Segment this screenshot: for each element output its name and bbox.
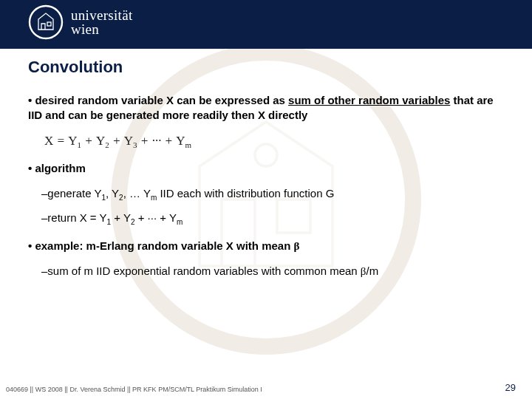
formula-sum: X = Y1 + Y2 + Y3 + ··· + Ym xyxy=(44,134,504,149)
slide-content: Convolution • desired random variable X … xyxy=(0,58,532,279)
slide-footer: 040669 || WS 2008 || Dr. Verena Schmid |… xyxy=(0,382,532,393)
bullet-algorithm: • algorithm xyxy=(28,161,504,176)
university-name: universität wien xyxy=(71,8,133,37)
subscript-m: m xyxy=(151,194,157,202)
bullet-example: • example: m-Erlang random variable X wi… xyxy=(28,239,504,253)
text-fragment: –generate Y xyxy=(41,187,101,200)
text-underlined: sum of other random variables xyxy=(288,94,450,106)
slide-header: universität wien xyxy=(0,0,532,49)
sub-return: –return X = Y1 + Y2 + ··· + Ym xyxy=(41,211,504,228)
text-fragment: IID each with distribution function G xyxy=(157,187,334,200)
text-fragment: + Y xyxy=(111,211,131,224)
footer-text: 040669 || WS 2008 || Dr. Verena Schmid |… xyxy=(6,386,262,393)
text-fragment: –return X = Y xyxy=(41,211,107,224)
svg-point-1 xyxy=(30,6,62,38)
text-fragment: , … Y xyxy=(123,187,151,200)
symbol-beta: β xyxy=(361,265,366,277)
text-fragment: /m xyxy=(366,265,379,277)
uni-name-line1: universität xyxy=(71,8,133,22)
text-fragment: + ··· + Y xyxy=(135,211,177,224)
slide-title: Convolution xyxy=(28,58,504,77)
page-number: 29 xyxy=(505,382,516,393)
text-fragment: • desired random variable X can be expre… xyxy=(28,94,288,106)
text-fragment: –sum of m IID exponential random variabl… xyxy=(41,265,361,277)
symbol-beta: β xyxy=(294,240,300,252)
sub-generate: –generate Y1, Y2, … Ym IID each with dis… xyxy=(41,186,504,203)
university-logo: universität wien xyxy=(28,4,133,40)
subscript-m: m xyxy=(177,218,183,226)
university-seal-icon xyxy=(28,4,64,40)
uni-name-line2: wien xyxy=(71,22,133,36)
sub-example-detail: –sum of m IID exponential random variabl… xyxy=(41,264,504,279)
bullet-desired-variable: • desired random variable X can be expre… xyxy=(28,93,504,123)
text-fragment: • example: m-Erlang random variable X wi… xyxy=(28,239,294,252)
text-fragment: , Y xyxy=(106,187,119,200)
svg-rect-2 xyxy=(47,22,51,26)
